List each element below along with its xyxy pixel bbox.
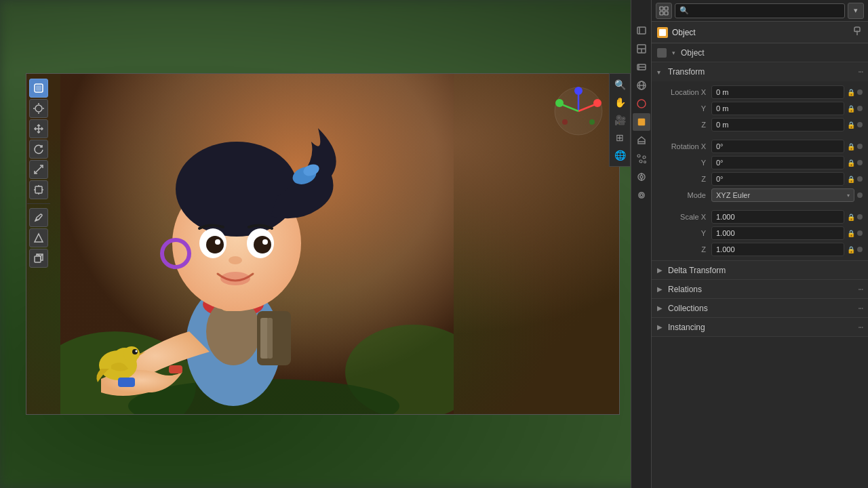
- location-z-dot[interactable]: [857, 122, 863, 127]
- svg-point-37: [555, 99, 564, 107]
- tool-scale[interactable]: [29, 160, 48, 179]
- tool-transform[interactable]: [29, 180, 48, 199]
- collections-title: Collections: [668, 304, 708, 313]
- section-collections[interactable]: ▶ Collections ···: [652, 299, 868, 318]
- tool-cursor[interactable]: [29, 99, 48, 118]
- rotation-mode-row: Mode XYZ Euler ▾: [652, 187, 868, 203]
- location-z-input[interactable]: 0 m: [711, 118, 844, 131]
- chevron-down-icon: ▾: [854, 6, 858, 15]
- section-relations[interactable]: ▶ Relations ···: [652, 280, 868, 299]
- scale-y-lock[interactable]: 🔒: [847, 230, 855, 237]
- scale-z-row: Z 1.000 🔒: [652, 241, 868, 258]
- svg-point-76: [643, 156, 646, 159]
- location-y-input[interactable]: 0 m: [711, 102, 844, 115]
- svg-line-49: [35, 165, 43, 174]
- scale-group: Scale X 1.000 🔒 Y 1.000 🔒: [652, 206, 868, 260]
- transform-menu[interactable]: ···: [858, 66, 863, 78]
- rotation-y-dot[interactable]: [857, 160, 863, 165]
- tab-scene[interactable]: [633, 77, 650, 94]
- rotation-x-dot[interactable]: [857, 144, 863, 149]
- rotation-y-lock[interactable]: 🔒: [847, 159, 855, 167]
- right-panel: 🔍 ▾ Object: [651, 0, 868, 488]
- rotation-z-controls: 🔒: [847, 176, 863, 183]
- scale-x-input[interactable]: 1.000: [711, 210, 844, 224]
- location-y-controls: 🔒: [847, 105, 863, 113]
- object-type-dropdown[interactable]: ▾ Object: [657, 48, 705, 58]
- svg-point-83: [640, 194, 643, 197]
- tool-annotate[interactable]: [29, 208, 48, 227]
- panel-header: Object: [652, 22, 868, 43]
- rotation-z-lock[interactable]: 🔒: [847, 176, 855, 183]
- tab-view-layer[interactable]: [633, 58, 650, 76]
- svg-point-35: [593, 99, 601, 107]
- tab-physics[interactable]: [633, 168, 650, 186]
- tab-output[interactable]: [633, 40, 650, 58]
- scale-y-label: Y: [657, 229, 711, 237]
- svg-rect-88: [659, 29, 666, 36]
- rotation-z-dot[interactable]: [857, 176, 863, 182]
- viewport-ortho[interactable]: ⊞: [612, 129, 628, 146]
- scale-y-input[interactable]: 1.000: [711, 226, 844, 240]
- tab-world[interactable]: [633, 95, 650, 113]
- relations-menu[interactable]: ···: [858, 283, 863, 296]
- location-y-lock[interactable]: 🔒: [847, 105, 855, 113]
- search-icon: 🔍: [679, 6, 689, 15]
- panel-filter[interactable]: ▾: [848, 3, 864, 19]
- location-x-dot[interactable]: [857, 89, 863, 95]
- panel-view-toggle[interactable]: [656, 3, 672, 19]
- delta-transform-title: Delta Transform: [668, 266, 726, 275]
- scale-x-lock[interactable]: 🔒: [847, 214, 855, 221]
- location-z-controls: 🔒: [847, 121, 863, 129]
- location-y-dot[interactable]: [857, 106, 863, 111]
- mode-label: Mode: [657, 191, 711, 199]
- properties-tabs: [631, 0, 651, 488]
- location-x-input[interactable]: 0 m: [711, 85, 844, 99]
- section-instancing[interactable]: ▶ Instancing ···: [652, 318, 868, 337]
- tool-move[interactable]: [29, 119, 48, 138]
- properties-content: ▾ Transform ··· Location X 0 m 🔒: [652, 62, 868, 488]
- tab-particles[interactable]: [633, 150, 650, 167]
- rotation-mode-dropdown[interactable]: XYZ Euler ▾: [711, 188, 854, 202]
- tool-rotate[interactable]: [29, 140, 48, 159]
- tab-modifier[interactable]: [633, 131, 650, 149]
- viewport-gizmo[interactable]: [551, 84, 606, 138]
- svg-rect-73: [638, 119, 645, 125]
- search-bar[interactable]: 🔍: [675, 3, 845, 18]
- section-delta-transform[interactable]: ▶ Delta Transform: [652, 261, 868, 280]
- scale-x-dot[interactable]: [857, 214, 863, 220]
- viewport[interactable]: [26, 73, 620, 415]
- tool-select[interactable]: [29, 79, 48, 98]
- mode-dot[interactable]: [857, 192, 863, 198]
- viewport-hand[interactable]: ✋: [612, 94, 628, 110]
- rotation-y-row: Y 0° 🔒: [652, 155, 868, 171]
- collections-menu[interactable]: ···: [858, 302, 863, 314]
- viewport-camera[interactable]: 🎥: [612, 112, 628, 128]
- tab-object[interactable]: [633, 113, 650, 131]
- scale-z-input[interactable]: 1.000: [711, 243, 844, 256]
- svg-rect-57: [35, 256, 41, 262]
- tab-constraints[interactable]: [633, 186, 650, 204]
- location-x-lock[interactable]: 🔒: [847, 89, 855, 96]
- tool-cube[interactable]: [29, 249, 48, 268]
- scale-z-dot[interactable]: [857, 247, 863, 252]
- mode-value: XYZ Euler: [716, 191, 750, 199]
- pin-button[interactable]: [852, 26, 863, 39]
- svg-rect-85: [665, 7, 668, 10]
- rotation-y-input[interactable]: 0°: [711, 156, 844, 169]
- rotation-x-input[interactable]: 0°: [711, 140, 844, 153]
- location-z-lock[interactable]: 🔒: [847, 121, 855, 129]
- rotation-z-input[interactable]: 0°: [711, 172, 844, 186]
- chevron-icon: ▾: [672, 49, 675, 56]
- tool-measure[interactable]: [29, 228, 48, 247]
- svg-point-14: [206, 236, 224, 253]
- location-x-row: Location X 0 m 🔒: [652, 84, 868, 100]
- tab-render[interactable]: [633, 22, 650, 39]
- rotation-x-lock[interactable]: 🔒: [847, 143, 855, 150]
- instancing-menu[interactable]: ···: [858, 321, 863, 333]
- scale-z-lock[interactable]: 🔒: [847, 246, 855, 253]
- scale-y-dot[interactable]: [857, 230, 863, 236]
- viewport-local[interactable]: 🌐: [612, 147, 628, 163]
- section-transform-header[interactable]: ▾ Transform ···: [652, 62, 868, 81]
- svg-rect-84: [660, 7, 663, 10]
- viewport-zoom[interactable]: 🔍: [612, 77, 628, 93]
